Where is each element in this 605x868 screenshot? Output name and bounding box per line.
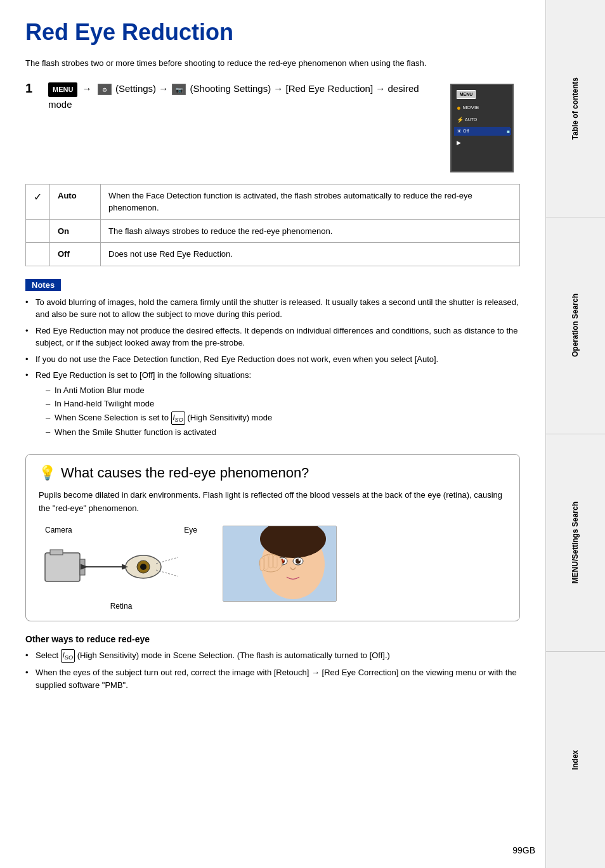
camera-icon: 📷 bbox=[171, 83, 190, 94]
settings-icon: ⚙ bbox=[96, 83, 115, 94]
retina-label: Retina bbox=[110, 602, 133, 611]
arrow-1: → bbox=[82, 83, 94, 94]
main-content: Red Eye Reduction The flash strobes two … bbox=[0, 0, 545, 868]
sidebar-section-toc[interactable]: Table of contents bbox=[546, 0, 605, 217]
eye-label: Eye bbox=[184, 526, 197, 534]
svg-point-22 bbox=[299, 559, 301, 560]
what-causes-title-text: What causes the red-eye phenomenon? bbox=[61, 465, 309, 481]
note-item: Red Eye Reduction is set to [Off] in the… bbox=[25, 369, 520, 439]
notes-sublist: In Anti Motion Blur modeIn Hand-held Twi… bbox=[36, 384, 520, 439]
sidebar-menu-label: MENU/Settings Search bbox=[571, 502, 581, 583]
svg-text:📷: 📷 bbox=[176, 86, 183, 94]
option-row: Off Does not use Red Eye Reduction. bbox=[26, 243, 520, 266]
svg-rect-25 bbox=[260, 558, 264, 571]
option-description: The flash always strobes to reduce the r… bbox=[101, 219, 520, 243]
settings-text: (Settings) → bbox=[115, 83, 171, 94]
option-check bbox=[26, 243, 50, 266]
note-item: To avoid blurring of images, hold the ca… bbox=[25, 296, 520, 321]
step-section: 1 MENU → ⚙ (Settings) → 📷 (Shooting Sett… bbox=[25, 81, 520, 172]
step-number: 1 bbox=[25, 81, 38, 96]
menu-row-3: ⚡ AUTO bbox=[454, 115, 510, 124]
other-ways-list: Select ISO (High Sensitivity) mode in Sc… bbox=[25, 649, 520, 692]
diagram-left: Camera Eye bbox=[39, 526, 204, 611]
camera-label: Camera bbox=[45, 526, 72, 534]
what-causes-box: 💡 What causes the red-eye phenomenon? Pu… bbox=[25, 454, 520, 621]
menu-row-1: MENU bbox=[454, 89, 510, 100]
note-item: If you do not use the Face Detection fun… bbox=[25, 353, 520, 366]
svg-point-10 bbox=[140, 564, 146, 570]
step-image: MENU ● MOVIE ⚡ AUTO ☀ Off ■ ▶ bbox=[450, 84, 520, 172]
what-causes-text: Pupils become dilated in dark environmen… bbox=[39, 489, 507, 515]
notes-list: To avoid blurring of images, hold the ca… bbox=[25, 296, 520, 439]
svg-text:⚙: ⚙ bbox=[102, 87, 107, 93]
svg-rect-26 bbox=[264, 555, 268, 569]
sidebar-section-operation[interactable]: Operation Search bbox=[546, 217, 605, 435]
svg-line-12 bbox=[156, 570, 178, 576]
option-description: When the Face Detection function is acti… bbox=[101, 184, 520, 219]
other-way-item: Select ISO (High Sensitivity) mode in Sc… bbox=[25, 649, 520, 663]
other-ways-section: Other ways to reduce red-eye Select ISO … bbox=[25, 634, 520, 692]
options-table: ✓ Auto When the Face Detection function … bbox=[25, 184, 520, 266]
step-content: MENU → ⚙ (Settings) → 📷 (Shooting Settin… bbox=[48, 81, 440, 113]
other-ways-title: Other ways to reduce red-eye bbox=[25, 634, 520, 644]
svg-rect-5 bbox=[50, 550, 63, 555]
lightbulb-icon: 💡 bbox=[39, 465, 56, 481]
svg-rect-4 bbox=[45, 553, 80, 581]
menu-row-5: ▶ bbox=[454, 138, 510, 147]
what-causes-title: 💡 What causes the red-eye phenomenon? bbox=[39, 465, 507, 481]
notes-subitem: When the Smile Shutter function is activ… bbox=[46, 426, 520, 439]
note-item: Red Eye Reduction may not produce the de… bbox=[25, 325, 520, 349]
svg-rect-27 bbox=[269, 554, 273, 568]
svg-line-11 bbox=[156, 557, 178, 564]
diagram-photo bbox=[223, 526, 337, 602]
diagram-svg bbox=[39, 537, 204, 600]
sidebar-section-menu[interactable]: MENU/Settings Search bbox=[546, 434, 605, 652]
menu-row-2: ● MOVIE bbox=[454, 103, 510, 113]
notes-subitem: When Scene Selection is set to ISO (High… bbox=[46, 411, 520, 425]
option-description: Does not use Red Eye Reduction. bbox=[101, 243, 520, 266]
sidebar-index-label: Index bbox=[571, 750, 581, 770]
sidebar: Table of contents Operation Search MENU/… bbox=[545, 0, 605, 868]
option-name: Off bbox=[50, 243, 101, 266]
option-name: Auto bbox=[50, 184, 101, 219]
page-number: 99GB bbox=[512, 845, 535, 855]
notes-section: Notes To avoid blurring of images, hold … bbox=[25, 279, 520, 439]
other-way-item: When the eyes of the subject turn out re… bbox=[25, 666, 520, 691]
sidebar-toc-label: Table of contents bbox=[571, 77, 581, 139]
option-check bbox=[26, 219, 50, 243]
option-row: ✓ Auto When the Face Detection function … bbox=[26, 184, 520, 219]
iso-icon-2: ISO bbox=[61, 649, 75, 663]
diagram-labels: Camera Eye bbox=[39, 526, 204, 534]
menu-badge: MENU bbox=[48, 82, 77, 98]
svg-rect-6 bbox=[80, 559, 85, 575]
sidebar-section-index[interactable]: Index bbox=[546, 652, 605, 869]
option-check: ✓ bbox=[26, 184, 50, 219]
camera-menu-diagram: MENU ● MOVIE ⚡ AUTO ☀ Off ■ ▶ bbox=[450, 84, 514, 172]
notes-badge: Notes bbox=[25, 279, 61, 291]
page-title: Red Eye Reduction bbox=[25, 19, 520, 46]
diagram-row: Camera Eye bbox=[39, 526, 507, 611]
sidebar-operation-label: Operation Search bbox=[571, 294, 581, 357]
iso-icon: ISO bbox=[171, 411, 185, 425]
intro-text: The flash strobes two or more times befo… bbox=[25, 57, 520, 70]
svg-rect-28 bbox=[273, 555, 277, 568]
option-row: On The flash always strobes to reduce th… bbox=[26, 219, 520, 243]
notes-subitem: In Hand-held Twilight mode bbox=[46, 398, 520, 410]
option-name: On bbox=[50, 219, 101, 243]
notes-subitem: In Anti Motion Blur mode bbox=[46, 384, 520, 397]
menu-row-4: ☀ Off ■ bbox=[454, 127, 510, 136]
